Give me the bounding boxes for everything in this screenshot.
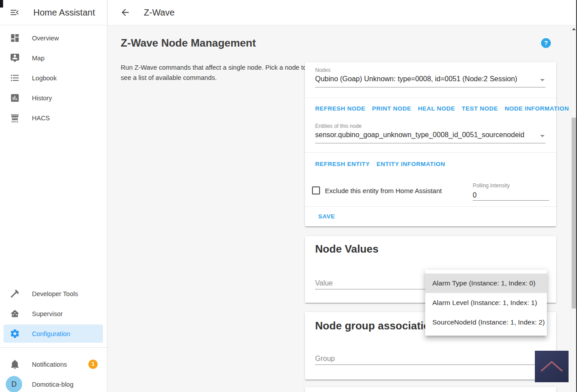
bell-icon [10, 359, 20, 369]
chevron-down-icon [540, 135, 545, 137]
sidebar-item-label: Notifications [32, 361, 67, 368]
entity-information-button[interactable]: ENTITY INFORMATION [376, 158, 445, 170]
test-node-button[interactable]: TEST NODE [462, 103, 498, 115]
exclude-entity-checkbox[interactable] [312, 186, 320, 194]
entities-label: Entities of this node [315, 123, 362, 129]
dropdown-option-sourcenodeid[interactable]: SourceNodeId (Instance: 1, Index: 2) [425, 313, 547, 332]
divider [305, 98, 556, 98]
dropdown-option-alarm-level[interactable]: Alarm Level (Instance: 1, Index: 1) [425, 293, 547, 313]
node-actions-row: REFRESH NODE PRINT NODE HEAL NODE TEST N… [315, 103, 569, 115]
description-line: see a list of available commands. [121, 73, 307, 83]
sidebar-nav-extra: Notifications 1 D Domotica-blog [0, 354, 107, 392]
chevron-down-icon [540, 79, 545, 81]
topbar: Z-Wave [108, 0, 577, 25]
node-information-button[interactable]: NODE INFORMATION [505, 103, 569, 115]
app-title: Home Assistant [33, 8, 95, 18]
sidebar-header: Home Assistant [0, 0, 107, 25]
scrollbar-thumb[interactable] [572, 118, 576, 309]
scrollbar-up-arrow-icon[interactable] [572, 28, 576, 30]
dropdown-option-alarm-type[interactable]: Alarm Type (Instance: 1, Index: 0) [425, 273, 547, 293]
polling-intensity-input[interactable] [473, 190, 549, 201]
sidebar-item-configuration[interactable]: Configuration [0, 324, 107, 344]
sidebar-item-developer-tools[interactable]: Developer Tools [0, 284, 107, 304]
sidebar-item-label: HACS [32, 115, 50, 122]
save-button[interactable]: SAVE [318, 210, 335, 222]
back-arrow-icon[interactable] [120, 7, 130, 18]
content-area: Z-Wave Node Management ? Run Z-Wave comm… [108, 25, 571, 392]
sidebar-item-label: Supervisor [32, 310, 63, 317]
menu-open-icon[interactable] [9, 7, 20, 18]
refresh-entity-button[interactable]: REFRESH ENTITY [315, 158, 370, 170]
entities-select[interactable]: sensor.qubino_goap_unknown_type_0008_id_… [315, 131, 545, 143]
sidebar-item-overview[interactable]: Overview [0, 28, 107, 48]
node-group-associations-title: Node group associations [315, 319, 443, 333]
sidebar-item-label: Configuration [32, 330, 70, 337]
window-corner-artifact [0, 0, 3, 8]
description-line: Run Z-Wave commands that affect a single… [121, 63, 307, 73]
sidebar-item-profile[interactable]: D Domotica-blog [0, 374, 107, 392]
nodes-select[interactable]: Qubino (Goap) Unknown: type=0008, id=005… [315, 75, 545, 87]
list-bulleted-icon [10, 73, 20, 83]
divider [305, 152, 556, 153]
sidebar-item-hacs[interactable]: HACS HACS [0, 108, 107, 128]
refresh-node-button[interactable]: REFRESH NODE [315, 103, 365, 115]
map-account-icon [10, 53, 20, 63]
sidebar-item-label: Developer Tools [32, 290, 78, 297]
entities-select-value: sensor.qubino_goap_unknown_type_0008_id_… [315, 131, 525, 139]
sidebar-nav-top: Overview Map Logbook [0, 28, 107, 128]
sidebar-item-map[interactable]: Map [0, 48, 107, 68]
node-values-title: Node Values [315, 242, 379, 256]
sidebar-item-logbook[interactable]: Logbook [0, 68, 107, 88]
node-management-card: Nodes Qubino (Goap) Unknown: type=0008, … [305, 62, 556, 226]
value-dropdown-menu: Alarm Type (Instance: 1, Index: 0) Alarm… [425, 270, 547, 336]
exclude-entity-label: Exclude this entity from Home Assistant [325, 187, 442, 194]
page-description: Run Z-Wave commands that affect a single… [121, 63, 307, 83]
chart-box-icon [10, 93, 20, 103]
sidebar-item-label: History [32, 95, 52, 102]
help-icon[interactable]: ? [541, 38, 551, 48]
page-breadcrumb-title: Z-Wave [144, 8, 174, 18]
sidebar-item-label: Map [32, 55, 44, 62]
heal-node-button[interactable]: HEAL NODE [418, 103, 455, 115]
sidebar-item-label: Overview [32, 35, 59, 42]
profile-name: Domotica-blog [32, 381, 74, 388]
nodes-label: Nodes [315, 67, 331, 73]
avatar: D [6, 376, 22, 392]
notification-badge[interactable]: 1 [88, 360, 98, 369]
page-title: Z-Wave Node Management [121, 36, 256, 50]
polling-intensity-label: Polling intensity [473, 182, 510, 189]
home-assistant-icon [10, 309, 20, 319]
sidebar: Home Assistant Overview Map [0, 0, 107, 392]
hammer-icon [10, 289, 20, 299]
entity-actions-row: REFRESH ENTITY ENTITY INFORMATION [315, 158, 445, 170]
save-row: SAVE [318, 210, 335, 222]
gear-icon [10, 329, 20, 339]
nodes-select-value: Qubino (Goap) Unknown: type=0008, id=005… [315, 75, 517, 83]
hacs-store-icon: HACS [10, 113, 20, 123]
sidebar-nav-bottom: Developer Tools Supervisor Configuration [0, 284, 107, 344]
divider [305, 206, 556, 207]
sidebar-item-history[interactable]: History [0, 88, 107, 108]
scroll-to-top-logo[interactable] [535, 351, 569, 382]
chevron-up-icon [541, 362, 562, 371]
app-window: Home Assistant Overview Map [0, 0, 577, 392]
view-dashboard-icon [10, 33, 20, 43]
exclude-entity-row: Exclude this entity from Home Assistant [312, 186, 442, 194]
sidebar-item-supervisor[interactable]: Supervisor [0, 304, 107, 324]
next-card-partial [305, 387, 556, 392]
print-node-button[interactable]: PRINT NODE [372, 103, 411, 115]
svg-text:HACS: HACS [12, 120, 18, 123]
sidebar-item-notifications[interactable]: Notifications 1 [0, 354, 107, 374]
group-select-input[interactable] [315, 352, 546, 365]
scrollbar-track[interactable] [571, 25, 576, 392]
sidebar-divider [0, 347, 107, 348]
sidebar-item-label: Logbook [32, 75, 57, 82]
